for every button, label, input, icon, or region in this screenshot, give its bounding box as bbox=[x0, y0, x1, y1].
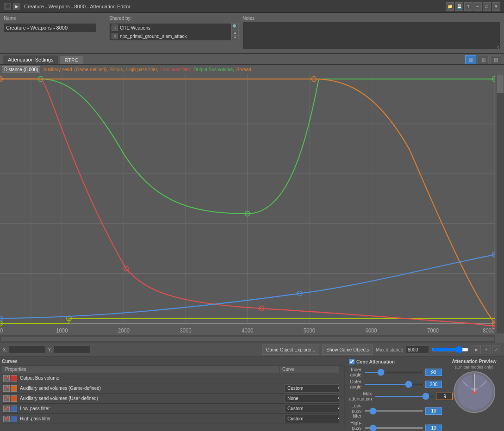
chart-svg-wrapper: 0 1000 2000 3000 4000 5000 6000 7000 800… bbox=[0, 74, 495, 333]
color-swatch-1 bbox=[11, 375, 17, 382]
search-button[interactable]: 🔍 bbox=[231, 23, 239, 30]
name-input[interactable] bbox=[4, 23, 96, 32]
y-coord-input[interactable] bbox=[54, 345, 91, 354]
folder-icon[interactable]: 📁 bbox=[446, 2, 454, 11]
name-section: Name bbox=[4, 16, 106, 50]
game-object-explorer-button[interactable]: Game Object Explorer... bbox=[262, 345, 320, 355]
cursor-label: Distance (0.000) bbox=[2, 66, 40, 73]
pin-icon-3[interactable]: 📌 bbox=[3, 395, 10, 402]
preview-circle bbox=[454, 371, 495, 413]
toolbar-icons: ▶ + ⤢ bbox=[472, 345, 501, 354]
view-icon-3[interactable]: ▤ bbox=[490, 55, 501, 64]
scroll-down-arrow[interactable]: ▼ bbox=[231, 35, 239, 40]
chart-hscroll-track[interactable] bbox=[1, 337, 494, 341]
table-row: 📌 Low-pass filter CustomNone bbox=[2, 404, 344, 414]
cone-highpass-label: High-pass filter bbox=[349, 420, 364, 431]
chart-area[interactable]: Distance (0.000) Auxiliary send (Game-de… bbox=[0, 65, 504, 343]
shared-row: S CRE Weapons S npc_primal_ground_slam_a… bbox=[109, 23, 239, 41]
x-coord-input[interactable] bbox=[9, 345, 46, 354]
cone-lowpass-controls: 10 bbox=[364, 407, 442, 415]
title-bar-icons: ⬛ ▶ bbox=[4, 3, 20, 10]
chart-legend: Auxiliary send (Game-defined), Focus, Hi… bbox=[43, 67, 252, 72]
pin-icon-1[interactable]: 📌 bbox=[3, 375, 10, 382]
max-distance-slider[interactable] bbox=[432, 346, 469, 353]
play-icon[interactable]: ▶ bbox=[472, 345, 481, 354]
max-attenuation-controls: -9 bbox=[375, 393, 453, 400]
curve-header: Curve bbox=[280, 366, 344, 373]
view-icon-2[interactable]: ▥ bbox=[478, 55, 489, 64]
legend-focus: Focus, bbox=[110, 67, 124, 72]
shared-list: S CRE Weapons S npc_primal_ground_slam_a… bbox=[109, 23, 231, 41]
outer-angle-slider[interactable] bbox=[364, 384, 424, 385]
outer-angle-label: Outer angle bbox=[349, 379, 364, 389]
max-distance-label: Max distance bbox=[376, 347, 403, 352]
max-distance-input[interactable] bbox=[406, 345, 429, 354]
max-attenuation-slider[interactable] bbox=[375, 396, 435, 397]
pin-icon-2[interactable]: 📌 bbox=[3, 385, 10, 392]
curves-table: Properties Curve 📌 Output Bus volume 📌 A… bbox=[2, 365, 345, 429]
svg-text:8000: 8000 bbox=[483, 328, 494, 333]
close-button[interactable]: ✕ bbox=[492, 2, 500, 11]
pin-icon-4[interactable]: 📌 bbox=[3, 406, 10, 412]
color-swatch-5 bbox=[11, 416, 17, 422]
shared-label: Shared by: bbox=[109, 16, 239, 21]
table-row: 📌 Auxiliary send volumes (User-defined) … bbox=[2, 394, 344, 404]
cone-lowpass-slider[interactable] bbox=[364, 410, 424, 412]
pin-icon-5[interactable]: 📌 bbox=[3, 416, 10, 422]
chart-scroll-thumb[interactable] bbox=[497, 74, 504, 93]
name-label: Name bbox=[4, 16, 106, 21]
table-row: 📌 Auxiliary send volumes (Game-defined) … bbox=[2, 383, 344, 394]
shared-icon-1: S bbox=[112, 25, 118, 31]
curve-dropdown-5[interactable]: CustomNone bbox=[284, 415, 344, 423]
tab-rtpc[interactable]: RTPC bbox=[59, 55, 83, 64]
preview-title: Attenuation Preview bbox=[452, 359, 496, 364]
curve-name-4: Low-pass filter bbox=[19, 406, 284, 411]
chart-label-bar: Distance (0.000) Auxiliary send (Game-de… bbox=[0, 65, 495, 74]
minimize-button[interactable]: ─ bbox=[473, 2, 482, 11]
curve-name-2: Auxiliary send volumes (Game-defined) bbox=[19, 386, 284, 391]
table-row: 📌 High-pass filter CustomNone bbox=[2, 414, 344, 424]
main-content: Name Shared by: S CRE Weapons S npc_prim… bbox=[0, 13, 504, 431]
curves-scrollbar[interactable] bbox=[339, 366, 344, 429]
outer-angle-controls: 280 bbox=[364, 381, 442, 388]
shared-icon-2: S bbox=[112, 33, 118, 39]
expand-icon[interactable]: ⤢ bbox=[492, 345, 501, 354]
chart-container: Distance (0.000) Auxiliary send (Game-de… bbox=[0, 65, 504, 343]
top-info-section: Name Shared by: S CRE Weapons S npc_prim… bbox=[0, 13, 504, 54]
chart-horizontal-scrollbar[interactable] bbox=[0, 335, 495, 343]
cone-highpass-row: High-pass filter 10 bbox=[349, 420, 442, 431]
legend-auxiliary: Auxiliary send bbox=[43, 67, 72, 72]
cone-attenuation-panel: Cone Attenuation Inner angle 90 Outer an… bbox=[347, 357, 444, 431]
coordinates-title: X: bbox=[3, 347, 7, 352]
svg-text:0: 0 bbox=[0, 328, 3, 333]
legend-output: Output Bus volume, bbox=[193, 67, 234, 72]
scroll-up-arrow[interactable]: ▲ bbox=[231, 30, 239, 35]
cone-lowpass-label: Low-pass filter bbox=[349, 403, 364, 419]
cone-highpass-slider[interactable] bbox=[364, 427, 424, 429]
maximize-button[interactable]: □ bbox=[483, 2, 491, 11]
cone-attenuation-checkbox[interactable] bbox=[349, 359, 355, 364]
color-swatch-4 bbox=[11, 406, 17, 412]
inner-angle-slider[interactable] bbox=[364, 372, 424, 373]
color-swatch-3 bbox=[11, 395, 17, 402]
cone-attenuation-title: Cone Attenuation bbox=[349, 359, 442, 364]
shared-scroll: 🔍 ▲ ▼ bbox=[231, 23, 239, 41]
show-game-objects-button[interactable]: Show Game Objects bbox=[322, 345, 373, 355]
curve-name-1: Output Bus volume bbox=[19, 376, 284, 381]
svg-text:2000: 2000 bbox=[118, 328, 130, 333]
save-icon[interactable]: 💾 bbox=[455, 2, 463, 11]
curve-dropdown-4[interactable]: CustomNone bbox=[284, 405, 344, 413]
legend-lowpass: Low-pass filter, bbox=[161, 67, 192, 72]
help-icon[interactable]: ? bbox=[464, 2, 473, 11]
cone-lowpass-value: 10 bbox=[425, 407, 442, 415]
curve-dropdown-3[interactable]: NoneCustom bbox=[284, 394, 344, 403]
add-icon[interactable]: + bbox=[482, 345, 491, 354]
chart-vertical-scrollbar[interactable] bbox=[497, 74, 504, 333]
list-item: S npc_primal_ground_slam_attack bbox=[110, 32, 231, 40]
curve-dropdown-2[interactable]: CustomNone bbox=[284, 384, 344, 393]
view-icon-1[interactable]: ▦ bbox=[465, 55, 476, 64]
curve-name-5: High-pass filter bbox=[19, 416, 284, 421]
notes-textarea[interactable] bbox=[243, 22, 500, 49]
tab-attenuation-settings[interactable]: Attenuation Settings bbox=[3, 55, 58, 64]
curve-name-3: Auxiliary send volumes (User-defined) bbox=[19, 396, 284, 401]
